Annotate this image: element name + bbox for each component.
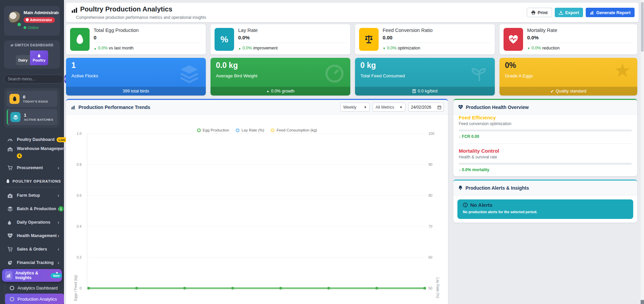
legend-ring-icon: [197, 128, 201, 132]
metric-footer: 0.0 kg/bird: [355, 87, 495, 96]
status-dot-icon: [24, 26, 26, 29]
chevron-down-icon: ▼: [399, 106, 402, 109]
stat-value: 0: [23, 94, 48, 100]
vertical-scrollbar[interactable]: [641, 0, 644, 304]
health-item-stat: ↓ 0.0% mortality: [459, 167, 632, 172]
sidebar-item-sales-orders[interactable]: Sales & Orders ‹: [0, 244, 64, 254]
page-title: Poultry Production Analytics: [80, 5, 172, 13]
search-input[interactable]: [4, 75, 64, 83]
cart-icon: [7, 246, 13, 252]
sidebar-item-warehouse-management[interactable]: Warehouse Management 4 ‹: [0, 145, 64, 160]
sidebar: Main Administrator Administrator Online …: [0, 0, 64, 304]
health-panel-title: Production Health Overview: [458, 105, 529, 110]
heart-pulse-icon: [504, 28, 523, 51]
no-alerts-box: No Alerts No production alerts for the s…: [457, 199, 633, 219]
sidebar-item-daily-operations[interactable]: Daily Operations ‹: [0, 217, 64, 227]
egg-icon: [9, 94, 20, 104]
left-axis-title: Eggs / Feed (kg): [73, 268, 77, 304]
circle-icon: [10, 286, 14, 290]
metric-card-active-flocks: 1 Active Flocks 399 total birds: [66, 58, 206, 96]
chart-plot-area[interactable]: [87, 134, 426, 288]
main-content: Poultry Production Analytics Comprehensi…: [64, 0, 641, 304]
kpi-value: 0: [94, 35, 202, 40]
health-item-stat: ↓ FCR 0.00: [459, 134, 632, 139]
kpi-card-lay-rate: % Lay Rate 0.0% 0.0% improvement: [211, 24, 350, 54]
poultry-dashboard-button[interactable]: Poultry: [30, 50, 48, 65]
droplet-icon: [7, 220, 13, 225]
check-icon: ✔: [550, 89, 554, 94]
kpi-value: 0.00: [383, 35, 491, 40]
metric-card-total-feed-consumed: 0 kg Total Feed Consumed 0.0 kg/bird: [355, 58, 495, 96]
analytics-submenu: Analytics Dashboard Production Analytics: [4, 283, 64, 304]
chevron-down-icon: ▼: [364, 106, 367, 109]
chevron-left-icon: ‹: [58, 261, 59, 264]
sidebar-item-batch-production[interactable]: Batch & Production1 ‹: [0, 204, 64, 214]
alerts-panel-title: Production Alerts & Insights: [458, 185, 529, 191]
right-axis-ticks: 100 90 80 70 60 50: [428, 134, 442, 288]
active-batches-stat[interactable]: 1 ACTIVE BATCHES: [7, 109, 57, 125]
kpi-trend: 0.0% optimization: [383, 46, 491, 50]
export-button[interactable]: Export: [555, 8, 583, 17]
date-input[interactable]: 24/02/2026: [408, 103, 444, 112]
metrics-select[interactable]: All Metrics▼: [373, 103, 406, 112]
heart-pulse-icon: [7, 233, 13, 238]
weight-gauge-icon: [325, 64, 344, 83]
submenu-item-production-analytics[interactable]: Production Analytics: [5, 294, 64, 304]
metric-footer: ✔Quality standard: [500, 87, 637, 96]
quick-stats: 0 TODAY'S EGGS 1 ACTIVE BATCHES: [4, 88, 60, 128]
kpi-title: Lay Rate: [238, 28, 346, 33]
sidebar-item-financial-tracking[interactable]: Financial Tracking ‹: [0, 258, 64, 268]
user-card: Main Administrator Administrator Online: [4, 6, 60, 36]
scrollbar-thumb[interactable]: [641, 2, 644, 52]
shield-icon: [26, 18, 29, 22]
metric-value: 1: [71, 61, 76, 70]
user-name: Main Administrator: [24, 10, 59, 15]
chevron-left-icon: ‹: [58, 221, 59, 224]
generate-report-button[interactable]: Generate Report: [586, 8, 635, 17]
dairy-dashboard-button[interactable]: Dairy: [16, 55, 30, 65]
metric-label: Active Flocks: [71, 73, 98, 78]
kpi-value: 0.0%: [238, 35, 346, 40]
health-item-name: Mortality Control: [459, 148, 632, 154]
no-alerts-text: No production alerts for the selected pe…: [463, 210, 628, 214]
metric-card-average-bird-weight: 0.0 kg Average Bird Weight ▲0.0% growth: [211, 58, 350, 96]
todays-eggs-stat[interactable]: 0 TODAY'S EGGS: [7, 91, 57, 107]
kpi-card-total-egg-production: Total Egg Production 0 0.0% vs last mont…: [66, 24, 206, 54]
sidebar-item-analytics-insights[interactable]: Analytics & Insights New ▼: [2, 269, 62, 282]
sidebar-item-procurement[interactable]: Procurement ‹: [0, 163, 64, 173]
kpi-card-feed-conversion: Feed Conversion Ratio 0.00 0.0% optimiza…: [355, 24, 495, 54]
divider: [459, 143, 632, 144]
metric-footer: ▲0.0% growth: [211, 87, 350, 96]
bar-chart-icon: [5, 271, 12, 280]
sidebar-item-health-management[interactable]: Health Management ‹: [0, 231, 64, 241]
legend-item-lay-rate[interactable]: Lay Rate (%): [236, 128, 264, 132]
chevron-down-icon: ▼: [55, 271, 59, 275]
metric-value: 0%: [505, 61, 516, 70]
avatar: [9, 11, 21, 24]
seedling-icon: [470, 64, 489, 83]
percent-icon: %: [215, 28, 234, 51]
sidebar-item-farm-setup[interactable]: Farm Setup ‹: [0, 190, 64, 200]
submenu-item-analytics-dashboard[interactable]: Analytics Dashboard: [5, 283, 64, 293]
health-item-desc: Feed conversion optimization: [459, 121, 632, 126]
legend-item-feed-consumption[interactable]: Feed Consumption (kg): [271, 128, 317, 132]
progress-bar: [459, 163, 632, 165]
metric-label: Average Bird Weight: [216, 73, 257, 78]
sidebar-item-poultry-dashboard[interactable]: Poultry DashboardLive: [0, 135, 64, 145]
circle-icon: [10, 297, 14, 301]
stat-label: ACTIVE BATCHES: [24, 118, 53, 121]
period-select[interactable]: Weekly▼: [340, 103, 370, 112]
print-button[interactable]: Print: [527, 8, 552, 17]
health-item-desc: Health & survival rate: [459, 155, 632, 159]
switcher-label: ⇄ SWITCH DASHBOARD: [4, 43, 60, 47]
metric-value: 0 kg: [360, 61, 376, 70]
layers-icon: [179, 64, 200, 83]
section-header-poultry-operations: POULTRY OPERATIONS: [0, 179, 64, 183]
left-axis-ticks: 1.0 0.8 0.6 0.4 0.2 0: [66, 134, 84, 288]
heart-pulse-icon: [458, 105, 463, 109]
trends-panel-title: Production Performance Trends: [71, 105, 150, 110]
chevron-left-icon: ‹: [58, 207, 59, 211]
legend-item-egg-production[interactable]: Egg Production: [197, 128, 229, 132]
chevron-left-icon: ‹: [58, 166, 59, 169]
chevron-left-icon: ‹: [58, 148, 59, 151]
